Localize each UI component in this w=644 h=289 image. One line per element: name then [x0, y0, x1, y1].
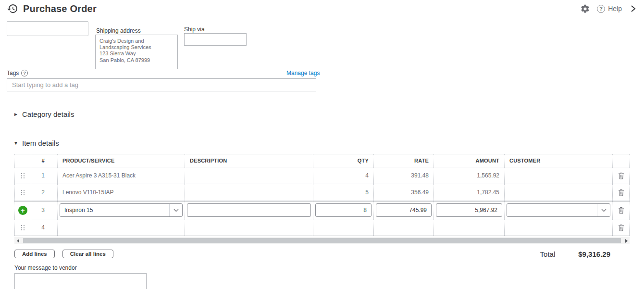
col-header-qty: QTY — [313, 154, 374, 167]
col-header-amount: AMOUNT — [434, 154, 505, 167]
rate-input[interactable] — [376, 203, 432, 217]
trash-icon[interactable] — [618, 224, 624, 231]
tags-label: Tags — [7, 70, 19, 76]
add-lines-button[interactable]: Add lines — [14, 250, 55, 258]
col-header-product: PRODUCT/SERVICE — [58, 154, 185, 167]
add-row-button[interactable]: + — [18, 206, 27, 215]
customer-cell[interactable] — [505, 184, 613, 201]
tags-help-icon[interactable]: ? — [21, 70, 28, 76]
drag-handle-icon[interactable] — [21, 225, 25, 231]
amount-cell[interactable] — [434, 219, 505, 236]
history-icon[interactable] — [7, 3, 18, 14]
table-row: 4 — [14, 219, 630, 236]
product-select-value: Inspiron 15 — [60, 207, 169, 214]
row-number: 2 — [31, 184, 58, 201]
row-number: 3 — [31, 201, 58, 219]
col-header-num: # — [31, 154, 58, 167]
amount-cell[interactable]: 1,782.45 — [434, 184, 505, 201]
qty-cell[interactable] — [313, 219, 374, 236]
trash-icon[interactable] — [618, 189, 624, 196]
table-header-row: # PRODUCT/SERVICE DESCRIPTION QTY RATE A… — [14, 154, 630, 167]
item-details-label: Item details — [22, 139, 59, 147]
manage-tags-link[interactable]: Manage tags — [286, 70, 320, 76]
horizontal-scrollbar[interactable] — [14, 237, 630, 244]
amount-cell[interactable]: 1,565.92 — [434, 167, 505, 184]
category-details-toggle[interactable]: ► Category details — [13, 110, 644, 118]
shipping-address-field[interactable]: Craig's Design and Landscaping Services … — [95, 35, 178, 69]
tags-input[interactable] — [7, 78, 316, 91]
message-to-vendor-label: Your message to vendor — [14, 264, 644, 271]
description-cell[interactable] — [185, 184, 313, 201]
item-details-toggle[interactable]: ▼ Item details — [13, 139, 644, 147]
description-cell[interactable] — [185, 219, 313, 236]
table-row-active: + 3 Inspiron 15 — [14, 201, 630, 219]
qty-cell[interactable]: 5 — [313, 184, 374, 201]
top-form-section: Shipping address Craig's Design and Land… — [0, 17, 644, 97]
chevron-right-icon[interactable] — [629, 4, 637, 13]
col-header-customer: CUSTOMER — [505, 154, 613, 167]
scroll-right-icon[interactable] — [623, 237, 630, 244]
rate-cell[interactable] — [374, 219, 434, 236]
message-to-vendor-field[interactable] — [14, 273, 147, 289]
row-number: 1 — [31, 167, 58, 184]
help-circle-icon: ? — [597, 5, 605, 13]
total-label: Total — [540, 250, 556, 258]
shipping-address-label: Shipping address — [96, 27, 141, 34]
ship-via-label: Ship via — [184, 26, 205, 33]
customer-select[interactable] — [507, 203, 610, 217]
help-label: Help — [608, 5, 622, 13]
table-row: 2 Lenovo V110-15IAP 5 356.49 1,782.45 — [14, 184, 630, 201]
description-input[interactable] — [187, 203, 311, 217]
qty-input[interactable] — [315, 203, 372, 217]
item-details-table: # PRODUCT/SERVICE DESCRIPTION QTY RATE A… — [14, 154, 630, 236]
chevron-down-icon — [597, 204, 610, 216]
amount-input[interactable] — [436, 203, 502, 217]
drag-handle-icon[interactable] — [21, 189, 25, 196]
drag-handle-icon[interactable] — [21, 173, 25, 179]
rate-cell[interactable]: 356.49 — [374, 184, 434, 201]
customer-cell[interactable] — [505, 219, 613, 236]
col-header-rate: RATE — [374, 154, 434, 167]
rate-cell[interactable]: 391.48 — [374, 167, 434, 184]
clear-all-lines-button[interactable]: Clear all lines — [62, 250, 113, 258]
vendor-address-field[interactable] — [7, 21, 88, 36]
total-value: $9,316.29 — [578, 250, 610, 258]
ship-via-field[interactable] — [184, 33, 247, 46]
product-cell[interactable] — [58, 219, 185, 236]
page-header: Purchase Order ? Help — [0, 0, 644, 17]
col-header-description: DESCRIPTION — [185, 154, 313, 167]
category-details-label: Category details — [22, 110, 74, 118]
product-select[interactable]: Inspiron 15 — [60, 203, 183, 217]
trash-icon[interactable] — [618, 172, 624, 179]
chevron-down-icon — [169, 204, 182, 216]
qty-cell[interactable]: 4 — [313, 167, 374, 184]
table-row: 1 Acer Aspire 3 A315-31 Black 4 391.48 1… — [14, 167, 630, 184]
product-cell[interactable]: Lenovo V110-15IAP — [58, 184, 185, 201]
collapsed-triangle-icon: ► — [13, 112, 22, 117]
expanded-triangle-icon: ▼ — [13, 140, 22, 146]
row-number: 4 — [31, 219, 58, 236]
page-title: Purchase Order — [23, 3, 97, 14]
scrollbar-thumb[interactable] — [23, 238, 621, 243]
scroll-left-icon[interactable] — [14, 237, 21, 244]
trash-icon[interactable] — [618, 207, 624, 214]
gear-icon[interactable] — [580, 4, 590, 14]
description-cell[interactable] — [185, 167, 313, 184]
help-button[interactable]: ? Help — [597, 5, 622, 13]
customer-cell[interactable] — [505, 167, 613, 184]
product-cell[interactable]: Acer Aspire 3 A315-31 Black — [58, 167, 185, 184]
